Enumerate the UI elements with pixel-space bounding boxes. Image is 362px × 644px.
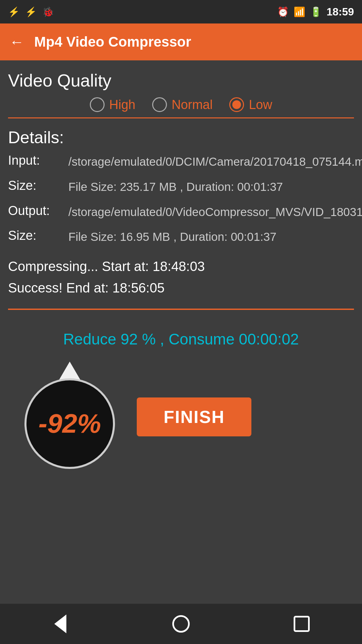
output-value: /storage/emulated/0/VideoCompressor_MVS/… — [68, 204, 362, 221]
quality-radio-group: High Normal Low — [8, 97, 354, 118]
radio-circle-low — [229, 97, 244, 112]
status-bar: ⚡ ⚡ 🐞 ⏰ 📶 🔋 18:59 — [0, 0, 362, 23]
nav-home-icon — [172, 615, 190, 633]
back-button[interactable]: ← — [9, 34, 24, 50]
radio-label-low: Low — [249, 98, 272, 112]
pie-circle: -92% — [24, 378, 115, 469]
nav-recents-icon — [294, 616, 310, 632]
app-title: Mp4 Video Compressor — [34, 34, 191, 50]
nav-back-icon — [54, 614, 66, 633]
video-quality-title: Video Quality — [8, 70, 354, 91]
output-row: Output: /storage/emulated/0/VideoCompres… — [8, 204, 354, 221]
results-section: Reduce 92 % , Consume 00:00:02 -92% FINI… — [8, 320, 354, 469]
radio-circle-high — [90, 97, 105, 112]
radio-circle-normal — [152, 97, 167, 112]
size-label: Size: — [8, 178, 68, 193]
input-label: Input: — [8, 153, 68, 168]
success-line: Success! End at: 18:56:05 — [8, 277, 354, 299]
input-value: /storage/emulated/0/DCIM/Camera/20170418… — [68, 153, 362, 170]
usb2-icon: ⚡ — [25, 6, 37, 17]
output-size-row: Size: File Size: 16.95 MB , Duration: 00… — [8, 228, 354, 246]
quality-option-high[interactable]: High — [90, 97, 135, 112]
main-content: Video Quality High Normal Low Details: I… — [0, 60, 362, 604]
result-row: -92% FINISH — [16, 362, 346, 469]
nav-home-button[interactable] — [168, 610, 194, 637]
pie-container: -92% — [19, 362, 120, 469]
usb-icon: ⚡ — [8, 6, 20, 17]
details-title: Details: — [8, 128, 354, 147]
bottom-nav — [0, 604, 362, 644]
reduce-text: Reduce 92 % , Consume 00:00:02 — [16, 330, 346, 348]
compress-line: Compressing... Start at: 18:48:03 — [8, 256, 354, 277]
quality-option-low[interactable]: Low — [229, 97, 272, 112]
quality-option-normal[interactable]: Normal — [152, 97, 213, 112]
status-right: ⏰ 📶 🔋 18:59 — [277, 6, 354, 18]
output-label: Output: — [8, 204, 68, 218]
compress-status: Compressing... Start at: 18:48:03 Succes… — [8, 256, 354, 299]
section-divider — [8, 309, 354, 310]
pie-percentage: -92% — [39, 408, 101, 439]
alarm-icon: ⏰ — [277, 6, 289, 17]
app-bar: ← Mp4 Video Compressor — [0, 23, 362, 60]
output-size-label: Size: — [8, 228, 68, 243]
radio-label-high: High — [109, 98, 135, 112]
input-size-row: Size: File Size: 235.17 MB , Duration: 0… — [8, 178, 354, 196]
nav-back-button[interactable] — [47, 610, 74, 637]
nav-recents-button[interactable] — [288, 610, 315, 637]
battery-icon: 🔋 — [310, 6, 322, 17]
signal-icon: 📶 — [294, 6, 305, 17]
input-row: Input: /storage/emulated/0/DCIM/Camera/2… — [8, 153, 354, 170]
finish-button[interactable]: FINISH — [137, 397, 251, 436]
status-icons: ⚡ ⚡ 🐞 — [8, 6, 54, 17]
size-value: File Size: 235.17 MB , Duration: 00:01:3… — [68, 178, 354, 196]
output-size-value: File Size: 16.95 MB , Duration: 00:01:37 — [68, 228, 354, 246]
status-time: 18:59 — [326, 6, 354, 18]
bug-icon: 🐞 — [42, 6, 54, 17]
radio-label-normal: Normal — [172, 98, 213, 112]
